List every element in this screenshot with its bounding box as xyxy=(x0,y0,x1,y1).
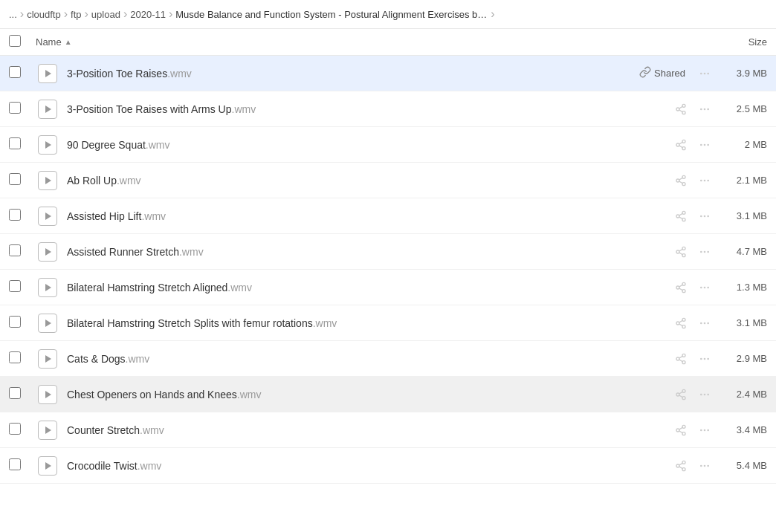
file-row[interactable]: Bilateral Hamstring Stretch Aligned.wmv … xyxy=(0,270,776,305)
share-button[interactable] xyxy=(670,313,691,334)
select-all-checkbox[interactable] xyxy=(9,35,21,47)
file-name: Assisted Runner Stretch.wmv xyxy=(59,246,611,258)
breadcrumb-upload[interactable]: upload xyxy=(91,9,120,20)
play-button[interactable] xyxy=(38,421,57,440)
svg-line-46 xyxy=(679,288,683,291)
row-actions xyxy=(611,455,715,476)
file-name: 3-Position Toe Raises with Arms Up.wmv xyxy=(59,103,611,115)
play-icon xyxy=(45,70,51,77)
share-button[interactable] xyxy=(670,206,691,227)
file-checkbox[interactable] xyxy=(9,66,21,78)
play-button[interactable] xyxy=(38,385,57,404)
row-actions xyxy=(611,206,715,227)
filename-base: 90 Degree Squat xyxy=(67,139,146,151)
filename-ext: .wmv xyxy=(179,246,204,258)
play-button[interactable] xyxy=(38,314,57,333)
filename-ext: .wmv xyxy=(126,353,150,365)
file-size: 2 MB xyxy=(715,139,767,150)
file-row[interactable]: Bilateral Hamstring Stretch Splits with … xyxy=(0,305,776,341)
file-row[interactable]: Assisted Runner Stretch.wmv 4.7 MB xyxy=(0,234,776,270)
file-checkbox[interactable] xyxy=(9,280,21,292)
more-options-button[interactable] xyxy=(694,241,715,262)
share-button[interactable] xyxy=(670,455,691,476)
svg-point-26 xyxy=(707,179,709,181)
breadcrumb-sep-4: › xyxy=(169,7,172,21)
more-options-button[interactable] xyxy=(694,206,715,227)
share-button[interactable] xyxy=(670,170,691,191)
play-button[interactable] xyxy=(38,278,57,297)
file-checkbox[interactable] xyxy=(9,423,21,435)
play-icon xyxy=(45,284,51,291)
share-button[interactable] xyxy=(670,277,691,298)
shared-badge[interactable]: Shared xyxy=(633,65,691,82)
name-column-header[interactable]: Name ▲ xyxy=(36,36,708,48)
file-checkbox[interactable] xyxy=(9,458,21,470)
svg-line-62 xyxy=(679,360,683,362)
svg-point-1 xyxy=(704,72,706,74)
file-row[interactable]: Ab Roll Up.wmv 2.1 MB xyxy=(0,163,776,198)
filename-ext: .wmv xyxy=(138,460,162,472)
play-icon xyxy=(45,355,51,363)
file-row[interactable]: Cats & Dogs.wmv 2.9 MB xyxy=(0,341,776,377)
breadcrumb-sep-0: › xyxy=(20,7,24,21)
svg-point-34 xyxy=(707,215,709,217)
play-button[interactable] xyxy=(38,207,57,226)
more-options-button[interactable] xyxy=(694,170,715,191)
play-button[interactable] xyxy=(38,64,57,83)
svg-line-7 xyxy=(679,106,683,108)
share-button[interactable] xyxy=(670,241,691,262)
svg-point-57 xyxy=(704,322,706,324)
file-row[interactable]: 3-Position Toe Raises with Arms Up.wmv 2… xyxy=(0,91,776,127)
more-options-button[interactable] xyxy=(694,63,715,84)
file-row[interactable]: Assisted Hip Lift.wmv 3.1 MB xyxy=(0,198,776,234)
share-button[interactable] xyxy=(670,134,691,155)
file-row[interactable]: 3-Position Toe Raises.wmv Shared 3.9 MB xyxy=(0,56,776,91)
file-row[interactable]: Counter Stretch.wmv 3.4 MB xyxy=(0,412,776,448)
file-row[interactable]: 90 Degree Squat.wmv 2 MB xyxy=(0,127,776,163)
file-size: 2.5 MB xyxy=(715,103,767,114)
file-checkbox[interactable] xyxy=(9,316,21,328)
share-button[interactable] xyxy=(670,99,691,120)
file-checkbox[interactable] xyxy=(9,102,21,114)
svg-line-14 xyxy=(679,146,683,148)
breadcrumb-ellipsis[interactable]: ... xyxy=(9,9,17,20)
share-button[interactable] xyxy=(670,384,691,405)
more-options-button[interactable] xyxy=(694,455,715,476)
file-checkbox[interactable] xyxy=(9,137,21,149)
more-options-button[interactable] xyxy=(694,313,715,334)
svg-line-63 xyxy=(679,356,683,358)
play-button[interactable] xyxy=(38,100,57,119)
svg-point-8 xyxy=(700,108,702,110)
more-options-button[interactable] xyxy=(694,420,715,441)
file-checkbox[interactable] xyxy=(9,387,21,399)
more-options-button[interactable] xyxy=(694,99,715,120)
shared-label: Shared xyxy=(654,68,685,79)
more-options-button[interactable] xyxy=(694,134,715,155)
share-button[interactable] xyxy=(670,348,691,369)
file-row[interactable]: Crocodile Twist.wmv 5.4 MB xyxy=(0,448,776,484)
file-checkbox[interactable] xyxy=(9,351,21,363)
more-options-button[interactable] xyxy=(694,348,715,369)
svg-line-22 xyxy=(679,181,683,184)
play-button[interactable] xyxy=(38,135,57,155)
more-options-button[interactable] xyxy=(694,384,715,405)
play-button[interactable] xyxy=(38,349,57,369)
play-button[interactable] xyxy=(38,242,57,262)
share-button[interactable] xyxy=(670,420,691,441)
file-name: Bilateral Hamstring Stretch Splits with … xyxy=(59,317,611,329)
svg-line-86 xyxy=(679,467,683,469)
file-row[interactable]: Chest Openers on Hands and Knees.wmv 2.4… xyxy=(0,377,776,412)
file-checkbox[interactable] xyxy=(9,173,21,185)
file-checkbox[interactable] xyxy=(9,244,21,256)
file-checkbox[interactable] xyxy=(9,209,21,221)
breadcrumb-cloudftp[interactable]: cloudftp xyxy=(27,9,61,20)
play-button[interactable] xyxy=(38,171,57,190)
play-icon xyxy=(45,391,51,398)
more-options-button[interactable] xyxy=(694,277,715,298)
file-size: 2.4 MB xyxy=(715,389,767,400)
breadcrumb-ftp[interactable]: ftp xyxy=(71,9,81,20)
svg-line-55 xyxy=(679,320,683,322)
play-button[interactable] xyxy=(38,456,57,476)
row-actions xyxy=(611,277,715,298)
breadcrumb-2020-11[interactable]: 2020-11 xyxy=(130,9,166,20)
